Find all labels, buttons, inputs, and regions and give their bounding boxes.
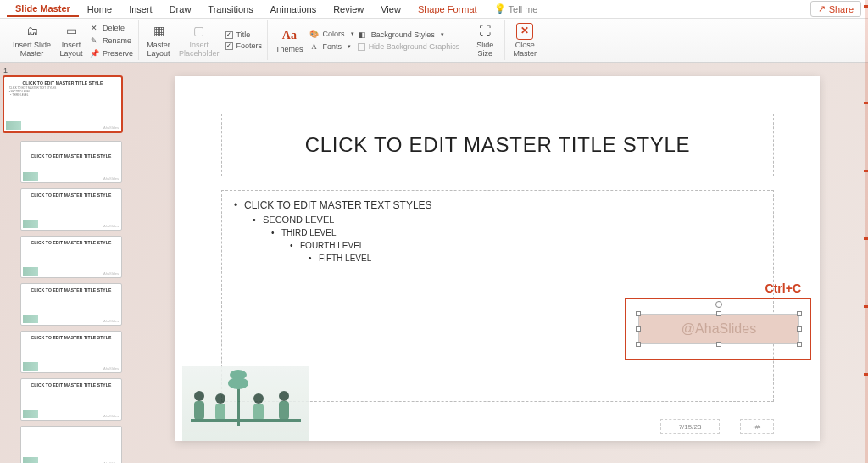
svg-point-3 <box>194 391 204 401</box>
thumb-title: CLICK TO EDIT MASTER TITLE STYLE <box>8 81 118 86</box>
fonts-label: Fonts <box>323 42 342 51</box>
slidenum-placeholder[interactable]: ‹#› <box>740 419 774 434</box>
right-edge-marker <box>865 0 868 463</box>
title-placeholder[interactable]: CLICK TO EDIT MASTER TITLE STYLE <box>221 114 774 176</box>
resize-handle[interactable] <box>636 326 641 332</box>
tab-animations[interactable]: Animations <box>262 3 325 16</box>
thumbnail-layout-5[interactable]: CLICK TO EDIT MASTER TITLE STYLEAhaSlide… <box>20 331 122 373</box>
slide-canvas[interactable]: CLICK TO EDIT MASTER TITLE STYLE CLICK T… <box>127 63 868 463</box>
layout-icon: ▭ <box>63 23 80 40</box>
tab-draw[interactable]: Draw <box>161 3 200 16</box>
thumb-title: CLICK TO EDIT MASTER TITLE STYLE <box>25 240 118 245</box>
edge-tick <box>864 102 868 104</box>
resize-handle[interactable] <box>636 311 641 316</box>
resize-handle[interactable] <box>797 342 802 347</box>
close-master-button[interactable]: ✕ Close Master <box>510 21 539 60</box>
resize-handle[interactable] <box>716 342 721 347</box>
master-layout-icon: ▦ <box>150 23 167 40</box>
tab-view[interactable]: View <box>372 3 409 16</box>
body-lvl1: CLICK TO EDIT MASTER TEXT STYLES <box>234 199 761 211</box>
slide: CLICK TO EDIT MASTER TITLE STYLE CLICK T… <box>175 76 820 441</box>
preserve-icon: 📌 <box>89 48 99 59</box>
master-layout-button[interactable]: ▦ Master Layout <box>144 21 173 60</box>
chevron-down-icon: ▾ <box>351 31 354 37</box>
thumbnail-panel[interactable]: 1 CLICK TO EDIT MASTER TITLE STYLE • CLI… <box>0 63 127 463</box>
check-icon: ✓ <box>225 42 233 50</box>
watermark-shape[interactable]: @AhaSlides <box>638 314 799 344</box>
preserve-button[interactable]: 📌Preserve <box>89 47 133 59</box>
delete-button[interactable]: ✕Delete <box>89 22 133 34</box>
tab-home[interactable]: Home <box>79 3 120 16</box>
edge-tick <box>864 373 868 376</box>
svg-rect-11 <box>191 419 301 422</box>
tab-slide-master[interactable]: Slide Master <box>7 2 79 17</box>
bg-styles-label: Background Styles <box>371 31 435 39</box>
tab-insert[interactable]: Insert <box>120 3 161 16</box>
edge-tick <box>864 5 868 8</box>
insert-slide-master-button[interactable]: 🗂 Insert Slide Master <box>10 21 53 60</box>
thumbnail-layout-6[interactable]: CLICK TO EDIT MASTER TITLE STYLEAhaSlide… <box>20 378 122 421</box>
delete-label: Delete <box>103 24 125 32</box>
share-button[interactable]: ↗ Share <box>810 1 861 17</box>
svg-point-9 <box>279 391 289 401</box>
thumbnail-layout-4[interactable]: CLICK TO EDIT MASTER TITLE STYLEAhaSlide… <box>20 283 122 326</box>
slide-master-icon: 🗂 <box>24 23 41 40</box>
insert-slide-master-label: Insert Slide Master <box>13 42 51 59</box>
thumbnail-master[interactable]: CLICK TO EDIT MASTER TITLE STYLE • CLICK… <box>3 76 122 132</box>
placeholder-icon: ▢ <box>191 23 208 40</box>
thumb-illustration <box>6 121 21 130</box>
insert-placeholder-button[interactable]: ▢ Insert Placeholder <box>176 21 222 60</box>
checkbox-icon <box>358 43 365 51</box>
fonts-button[interactable]: AFonts▾ <box>309 41 354 53</box>
thumb-title: CLICK TO EDIT MASTER TITLE STYLE <box>25 382 118 388</box>
footers-checkbox[interactable]: ✓Footers <box>225 41 263 51</box>
thumb-title: CLICK TO EDIT MASTER TITLE STYLE <box>25 287 118 293</box>
watermark-text: @AhaSlides <box>682 321 756 337</box>
date-placeholder[interactable]: 7/15/23 <box>660 419 720 434</box>
title-checkbox[interactable]: ✓Title <box>225 30 263 40</box>
rotate-handle[interactable] <box>715 301 722 308</box>
body-lvl4: FOURTH LEVEL <box>290 241 761 250</box>
colors-label: Colors <box>323 30 345 38</box>
master-number: 1 <box>3 66 122 75</box>
colors-button[interactable]: 🎨Colors▾ <box>309 28 354 40</box>
hide-bg-checkbox[interactable]: Hide Background Graphics <box>358 42 460 52</box>
hide-bg-label: Hide Background Graphics <box>369 42 460 51</box>
close-icon: ✕ <box>516 23 533 40</box>
close-master-label: Close Master <box>513 42 537 59</box>
resize-handle[interactable] <box>716 311 721 316</box>
check-icon: ✓ <box>225 31 233 39</box>
slide-size-icon: ⛶ <box>476 23 493 40</box>
edge-tick <box>864 170 868 172</box>
bg-styles-button[interactable]: ◧Background Styles▾ <box>358 29 460 41</box>
thumbnail-layout-1[interactable]: CLICK TO EDIT MASTER TITLE STYLEAhaSlide… <box>20 141 122 183</box>
ribbon: 🗂 Insert Slide Master ▭ Insert Layout ✕D… <box>0 19 868 63</box>
tellme-label: Tell me <box>509 4 538 14</box>
resize-handle[interactable] <box>636 342 641 347</box>
slidenum-text: ‹#› <box>753 423 761 431</box>
body-lvl5: FIFTH LEVEL <box>309 254 761 263</box>
resize-handle[interactable] <box>797 311 802 316</box>
thumb-title: CLICK TO EDIT MASTER TITLE STYLE <box>25 153 118 159</box>
edge-tick <box>864 305 868 308</box>
tab-review[interactable]: Review <box>325 3 372 16</box>
tab-shape-format[interactable]: Shape Format <box>409 3 486 16</box>
slide-size-label: Slide Size <box>476 42 493 59</box>
themes-button[interactable]: Aa Themes <box>273 25 306 56</box>
colors-icon: 🎨 <box>309 29 320 39</box>
thumb-title: CLICK TO EDIT MASTER TITLE STYLE <box>25 192 118 198</box>
tellme[interactable]: 💡 Tell me <box>486 2 547 16</box>
chevron-down-icon: ▾ <box>441 31 444 38</box>
thumbnail-layout-2[interactable]: CLICK TO EDIT MASTER TITLE STYLEAhaSlide… <box>20 188 122 231</box>
slide-size-button[interactable]: ⛶ Slide Size <box>470 21 499 60</box>
svg-point-2 <box>228 377 248 389</box>
rename-button[interactable]: ✎Rename <box>89 35 133 47</box>
lightbulb-icon: 💡 <box>494 3 506 14</box>
master-layout-label: Master Layout <box>147 42 170 59</box>
tab-transitions[interactable]: Transitions <box>199 3 261 16</box>
thumbnail-layout-7[interactable]: AhaSlides <box>20 426 122 463</box>
thumbnail-layout-3[interactable]: CLICK TO EDIT MASTER TITLE STYLEAhaSlide… <box>20 236 122 278</box>
insert-layout-button[interactable]: ▭ Insert Layout <box>57 21 86 60</box>
illustration-people <box>182 366 309 441</box>
resize-handle[interactable] <box>797 326 802 332</box>
